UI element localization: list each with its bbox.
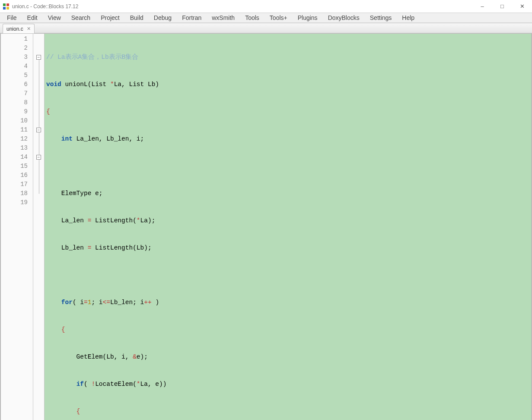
menu-tools-plus[interactable]: Tools+: [264, 13, 293, 22]
svg-rect-1: [6, 3, 9, 6]
code-text: La, e)): [140, 381, 167, 388]
code-text: int: [61, 135, 73, 142]
menu-file[interactable]: File: [2, 13, 22, 22]
code-text: &: [133, 353, 137, 360]
line-number: 1: [1, 35, 28, 44]
window-controls: – □ ✕: [472, 0, 532, 13]
code-text: ListLength(Lb);: [91, 244, 151, 251]
line-number: 6: [1, 80, 28, 89]
svg-rect-2: [3, 7, 6, 10]
tab-strip: union.c ✕: [0, 23, 532, 33]
menu-doxyblocks[interactable]: DoxyBlocks: [323, 13, 365, 22]
code-text: for: [61, 299, 73, 306]
line-number: 9: [1, 107, 28, 116]
code-text: *: [110, 81, 114, 88]
close-button[interactable]: ✕: [512, 0, 532, 13]
line-number: 10: [1, 116, 28, 125]
menu-edit[interactable]: Edit: [22, 13, 43, 22]
code-text: ( i: [73, 299, 84, 306]
line-number: 19: [1, 198, 28, 207]
line-number: 14: [1, 153, 28, 162]
menu-project[interactable]: Project: [96, 13, 125, 22]
line-number: 12: [1, 135, 28, 144]
line-number-gutter: 1 2 3 4 5 6 7 8 9 10 11 12 13 14 15 16 1…: [1, 34, 33, 420]
code-text: {: [46, 108, 50, 115]
code-text: {: [46, 326, 65, 333]
tab-close-icon[interactable]: ✕: [27, 26, 31, 32]
fold-toggle-icon[interactable]: −: [36, 128, 41, 132]
fold-toggle-icon[interactable]: −: [36, 55, 41, 60]
svg-rect-3: [6, 7, 9, 10]
line-number: 17: [1, 180, 28, 189]
code-text: La_len, Lb_len, i;: [73, 135, 144, 142]
code-text: ): [152, 299, 159, 306]
code-text: La, List Lb): [114, 81, 159, 88]
code-text: if: [76, 381, 84, 388]
code-text: // La表示A集合，Lb表示B集合: [46, 54, 138, 61]
code-text: ++: [144, 299, 151, 306]
minimize-button[interactable]: –: [472, 0, 492, 13]
maximize-button[interactable]: □: [492, 0, 512, 13]
app-icon: [3, 3, 10, 10]
menu-bar: File Edit View Search Project Build Debu…: [0, 13, 532, 23]
line-number: 4: [1, 62, 28, 71]
code-text: =: [84, 299, 88, 306]
code-text: <=: [103, 299, 110, 306]
line-number: 11: [1, 125, 28, 135]
code-text: e);: [137, 353, 148, 360]
code-text: GetElem(Lb, i,: [46, 353, 133, 360]
code-text: LocateElem(: [95, 381, 137, 388]
menu-build[interactable]: Build: [125, 13, 149, 22]
tab-union-c[interactable]: union.c ✕: [3, 24, 35, 33]
line-number: 5: [1, 71, 28, 80]
menu-plugins[interactable]: Plugins: [293, 13, 323, 22]
code-text: (: [84, 381, 91, 388]
menu-help[interactable]: Help: [397, 13, 420, 22]
line-number: 7: [1, 89, 28, 98]
tab-label: union.c: [6, 26, 23, 32]
code-text: *: [137, 217, 140, 224]
menu-view[interactable]: View: [43, 13, 66, 22]
code-text: Lb_len: [46, 244, 88, 251]
code-text: unionL(List: [61, 81, 110, 88]
code-text: *: [137, 381, 140, 388]
code-text: ElemType e;: [46, 190, 103, 197]
line-number: 13: [1, 144, 28, 153]
menu-fortran[interactable]: Fortran: [177, 13, 207, 22]
editor-pane: 1 2 3 4 5 6 7 8 9 10 11 12 13 14 15 16 1…: [1, 34, 531, 420]
menu-tools[interactable]: Tools: [240, 13, 264, 22]
line-number: 16: [1, 171, 28, 180]
line-number: 8: [1, 98, 28, 107]
line-number: 2: [1, 44, 28, 53]
menu-wxsmith[interactable]: wxSmith: [207, 13, 240, 22]
svg-rect-0: [3, 3, 6, 6]
code-text: ; i: [91, 299, 102, 306]
code-editor[interactable]: // La表示A集合，Lb表示B集合 void unionL(List *La,…: [45, 34, 531, 420]
title-bar: union.c - Code::Blocks 17.12 – □ ✕: [0, 0, 532, 13]
line-number: 3: [1, 53, 28, 62]
code-text: La_len: [46, 217, 88, 224]
fold-column: − − −: [33, 34, 45, 420]
code-text: void: [46, 81, 61, 88]
menu-search[interactable]: Search: [66, 13, 96, 22]
line-number: 15: [1, 162, 28, 171]
code-text: La);: [140, 217, 156, 224]
menu-settings[interactable]: Settings: [365, 13, 397, 22]
editor-wrapper: 1 2 3 4 5 6 7 8 9 10 11 12 13 14 15 16 1…: [0, 33, 532, 420]
window-title: union.c - Code::Blocks 17.12: [12, 3, 472, 10]
code-text: !: [91, 381, 95, 388]
fold-toggle-icon[interactable]: −: [36, 155, 41, 160]
code-text: {: [46, 408, 80, 415]
code-text: ListLength(: [91, 217, 136, 224]
line-number: 18: [1, 189, 28, 198]
menu-debug[interactable]: Debug: [149, 13, 177, 22]
code-text: Lb_len; i: [110, 299, 144, 306]
